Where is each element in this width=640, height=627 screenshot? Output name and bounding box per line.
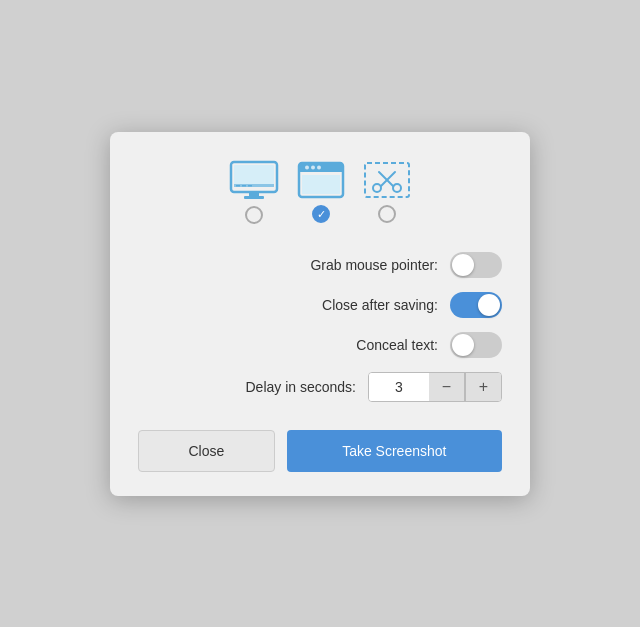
conceal-text-label: Conceal text: [356, 337, 438, 353]
type-option-window[interactable] [297, 161, 345, 223]
button-row: Close Take Screenshot [138, 430, 502, 472]
grab-mouse-row: Grab mouse pointer: [138, 252, 502, 278]
svg-point-19 [393, 184, 401, 192]
type-option-region[interactable] [363, 161, 411, 223]
svg-point-18 [373, 184, 381, 192]
delay-label: Delay in seconds: [245, 379, 356, 395]
svg-rect-1 [234, 165, 274, 187]
grab-mouse-toggle[interactable] [450, 252, 502, 278]
region-icon [363, 161, 411, 199]
fullscreen-radio[interactable] [245, 206, 263, 224]
svg-rect-14 [302, 175, 340, 194]
fullscreen-icon [229, 160, 279, 200]
delay-control: − + [368, 372, 502, 402]
window-icon [297, 161, 345, 199]
type-selector [138, 160, 502, 224]
svg-point-12 [311, 165, 315, 169]
svg-rect-3 [244, 196, 264, 199]
type-option-fullscreen[interactable] [229, 160, 279, 224]
conceal-text-row: Conceal text: [138, 332, 502, 358]
take-screenshot-button[interactable]: Take Screenshot [287, 430, 502, 472]
delay-plus-button[interactable]: + [465, 373, 501, 401]
svg-rect-7 [248, 185, 252, 187]
svg-point-13 [317, 165, 321, 169]
svg-point-11 [305, 165, 309, 169]
svg-rect-6 [242, 185, 246, 187]
screenshot-dialog: Grab mouse pointer: Close after saving: … [110, 132, 530, 496]
close-after-saving-label: Close after saving: [322, 297, 438, 313]
region-radio[interactable] [378, 205, 396, 223]
options-section: Grab mouse pointer: Close after saving: … [138, 252, 502, 402]
close-after-saving-row: Close after saving: [138, 292, 502, 318]
svg-rect-2 [249, 192, 259, 196]
close-button[interactable]: Close [138, 430, 275, 472]
delay-row: Delay in seconds: − + [138, 372, 502, 402]
delay-minus-button[interactable]: − [429, 373, 465, 401]
window-radio[interactable] [312, 205, 330, 223]
conceal-text-toggle[interactable] [450, 332, 502, 358]
svg-line-16 [379, 172, 393, 186]
svg-rect-5 [236, 185, 240, 187]
svg-line-17 [381, 172, 395, 186]
close-after-saving-toggle[interactable] [450, 292, 502, 318]
grab-mouse-label: Grab mouse pointer: [310, 257, 438, 273]
delay-input[interactable] [369, 373, 429, 401]
